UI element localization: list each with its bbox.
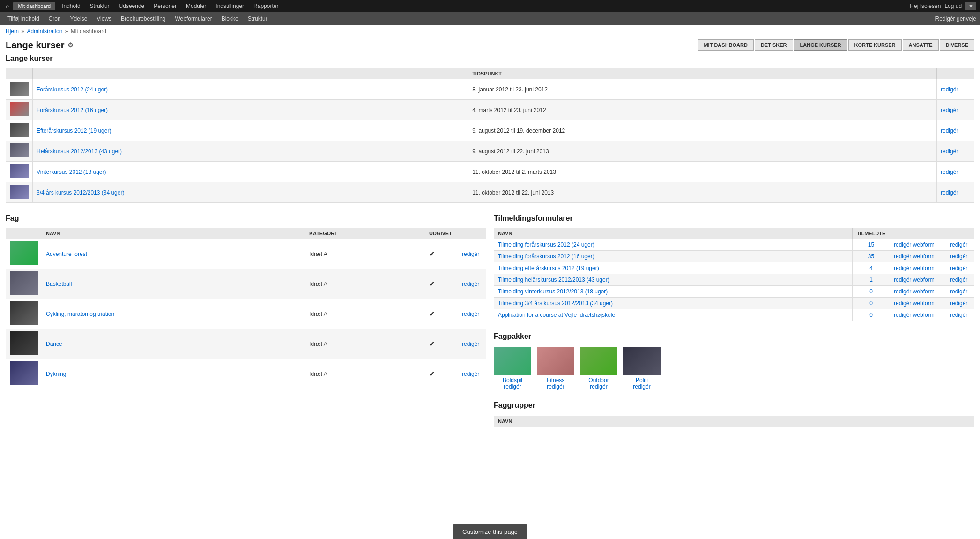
tilm-edit-link[interactable]: redigér [950, 265, 967, 271]
nav-tilfoej-indhold[interactable]: Tilføj indhold [4, 14, 43, 24]
fag-edit-link[interactable]: redigér [462, 281, 479, 287]
course-edit-link[interactable]: redigér [941, 169, 958, 175]
tab-diverse[interactable]: DIVERSE [940, 39, 974, 51]
fag-name-link[interactable]: Basketball [46, 281, 72, 287]
nav-personer[interactable]: Personer [149, 1, 181, 11]
breadcrumb-home[interactable]: Hjem [6, 28, 19, 35]
nav-udseende[interactable]: Udseende [114, 1, 149, 11]
tilm-edit-cell: redigér [946, 239, 974, 251]
tilm-name-link[interactable]: Tilmelding forårskursus 2012 (16 uger) [498, 253, 594, 260]
course-name-cell: Vinterkursus 2012 (18 uger) [33, 162, 468, 182]
course-edit-link[interactable]: redigér [941, 127, 958, 134]
fagpakke-name: Politi [623, 377, 661, 383]
fag-image-cell [6, 359, 42, 389]
tab-mit-dashboard[interactable]: MIT DASHBOARD [698, 39, 754, 51]
fag-thumbnail [10, 361, 38, 385]
col-tidspunkt: TIDSPUNKT [468, 68, 937, 79]
fagpakke-name-link[interactable]: Fitness [547, 377, 565, 383]
tilm-count-link[interactable]: 1 [869, 277, 873, 283]
nav-rapporter[interactable]: Rapporter [249, 1, 283, 11]
tilm-edit-link[interactable]: redigér [950, 300, 967, 307]
course-name-link[interactable]: Helårskursus 2012/2013 (43 uger) [37, 148, 122, 155]
tilm-name-link[interactable]: Tilmelding forårskursus 2012 (24 uger) [498, 241, 594, 248]
fagpakke-name-link[interactable]: Outdoor [588, 377, 609, 383]
nav-views[interactable]: Views [93, 14, 115, 24]
nav-indstillinger[interactable]: Indstillinger [211, 1, 249, 11]
mit-dashboard-tab[interactable]: Mit dashboard [13, 2, 55, 10]
course-edit-link[interactable]: redigér [941, 189, 958, 196]
tab-lange-kurser[interactable]: LANGE KURSER [794, 39, 847, 51]
tilm-name-link[interactable]: Tilmelding helårskursus 2012/2013 (43 ug… [498, 277, 609, 283]
tilm-edit-link[interactable]: redigér [950, 277, 967, 283]
home-icon[interactable]: ⌂ [4, 1, 11, 11]
tilm-count-cell: 4 [853, 262, 890, 274]
fagpakke-edit-link[interactable]: redigér [633, 383, 650, 390]
nav-cron[interactable]: Cron [45, 14, 65, 24]
fagpakke-edit-link[interactable]: redigér [547, 383, 564, 390]
tilm-name-link[interactable]: Tilmelding 3/4 års kursus 2012/2013 (34 … [498, 300, 613, 307]
fagpakke-name-link[interactable]: Politi [636, 377, 648, 383]
tilm-count-link[interactable]: 0 [869, 288, 873, 295]
tilm-count-link[interactable]: 4 [869, 265, 873, 271]
tilm-name-link[interactable]: Application for a course at Vejle Idræts… [498, 312, 615, 318]
tab-ansatte[interactable]: ANSATTE [903, 39, 939, 51]
fagpakke-name-link[interactable]: Boldspil [503, 377, 522, 383]
course-thumbnail [10, 102, 29, 116]
rediger-genveje-link[interactable]: Redigér genveje [935, 15, 976, 22]
tilm-edit-link[interactable]: redigér [950, 241, 967, 248]
course-image-cell [6, 162, 33, 182]
fag-name-link[interactable]: Cykling, maraton og triation [46, 311, 114, 317]
tilm-name-link[interactable]: Tilmelding vinterkursus 2012/2013 (18 ug… [498, 288, 608, 295]
fag-kategori-cell: Idræt A [305, 299, 425, 329]
tilm-webform-link[interactable]: redigér webform [894, 253, 935, 260]
tilm-webform-link[interactable]: redigér webform [894, 241, 935, 248]
fag-thumbnail [10, 331, 38, 355]
fag-edit-link[interactable]: redigér [462, 251, 479, 257]
nav-blokke[interactable]: Blokke [218, 14, 242, 24]
nav-ydelse[interactable]: Ydelse [67, 14, 91, 24]
course-name-link[interactable]: 3/4 års kursus 2012/2013 (34 uger) [37, 189, 124, 196]
course-edit-link[interactable]: redigér [941, 86, 958, 93]
fagpakke-edit-link[interactable]: redigér [590, 383, 607, 390]
nav-indhold[interactable]: Indhold [57, 1, 85, 11]
tilm-count-link[interactable]: 0 [869, 312, 873, 318]
course-edit-link[interactable]: redigér [941, 107, 958, 113]
course-name-link[interactable]: Forårskursus 2012 (16 uger) [37, 107, 108, 113]
tilm-edit-link[interactable]: redigér [950, 253, 967, 260]
nav-brochurebestilling[interactable]: Brochurebestilling [117, 14, 169, 24]
nav-struktur-secondary[interactable]: Struktur [244, 14, 271, 24]
nav-struktur[interactable]: Struktur [85, 1, 114, 11]
dropdown-arrow[interactable]: ▼ [965, 2, 976, 10]
course-name-link[interactable]: Efterårskursus 2012 (19 uger) [37, 127, 111, 134]
fag-name-link[interactable]: Adventure forest [46, 251, 87, 257]
settings-icon[interactable]: ⚙ [67, 41, 74, 49]
tilm-name-link[interactable]: Tilmelding efterårskursus 2012 (19 uger) [498, 265, 599, 271]
fag-edit-link[interactable]: redigér [462, 371, 479, 377]
course-edit-link[interactable]: redigér [941, 148, 958, 155]
fag-name-link[interactable]: Dance [46, 341, 62, 347]
logout-link[interactable]: Log ud [944, 3, 962, 9]
tilm-webform-link[interactable]: redigér webform [894, 300, 935, 307]
tilm-edit-link[interactable]: redigér [950, 312, 967, 318]
fag-udgivet-cell: ✔ [425, 359, 458, 389]
nav-webformularer[interactable]: Webformularer [171, 14, 216, 24]
tilm-webform-link[interactable]: redigér webform [894, 277, 935, 283]
tilm-webform-link[interactable]: redigér webform [894, 288, 935, 295]
course-name-link[interactable]: Vinterkursus 2012 (18 uger) [37, 169, 106, 175]
tab-korte-kurser[interactable]: KORTE KURSER [848, 39, 902, 51]
tilm-count-link[interactable]: 0 [869, 300, 873, 307]
breadcrumb-admin[interactable]: Administration [27, 28, 62, 35]
course-name-link[interactable]: Forårskursus 2012 (24 uger) [37, 86, 108, 93]
tilm-count-link[interactable]: 15 [868, 241, 874, 248]
tab-det-sker[interactable]: DET SKER [755, 39, 793, 51]
fag-name-link[interactable]: Dykning [46, 371, 66, 377]
nav-moduler[interactable]: Moduler [181, 1, 211, 11]
tilm-webform-link[interactable]: redigér webform [894, 312, 935, 318]
fagpakke-edit-link[interactable]: redigér [504, 383, 521, 390]
fag-edit-link[interactable]: redigér [462, 341, 479, 347]
fag-edit-link[interactable]: redigér [462, 311, 479, 317]
tilm-count-link[interactable]: 35 [868, 253, 874, 260]
tilm-edit-link[interactable]: redigér [950, 288, 967, 295]
tilm-webform-link[interactable]: redigér webform [894, 265, 935, 271]
fagpakke-edit: redigér [623, 383, 661, 390]
